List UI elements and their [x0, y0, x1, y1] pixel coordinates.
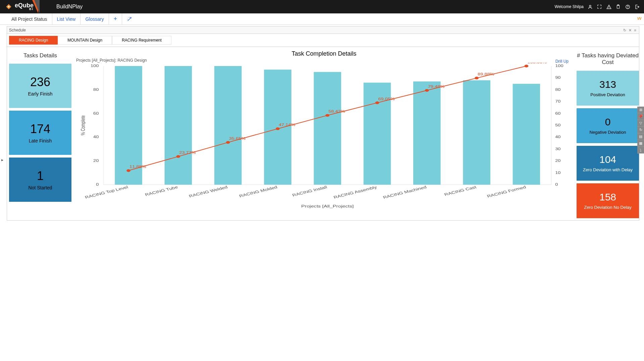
kpi-not-started[interactable]: 1 Not Started: [9, 158, 71, 202]
header-triangle-grey: [34, 0, 40, 13]
app-name: BuildNPlay: [56, 4, 83, 10]
side-pin-icon[interactable]: 📌: [637, 113, 644, 120]
svg-rect-43: [413, 81, 441, 185]
kpi-zero-deviation-delay[interactable]: 104 Zero Deviation with Delay: [577, 146, 639, 181]
kpi-label: Negative Deviation: [589, 130, 626, 135]
side-layout1-icon[interactable]: ▤: [637, 133, 644, 140]
tab-add[interactable]: +: [109, 13, 122, 25]
svg-text:100.00%: 100.00%: [527, 63, 547, 64]
alert-icon[interactable]: [606, 4, 612, 10]
help-icon[interactable]: [625, 4, 631, 10]
kpi-negative-deviation[interactable]: 0 Negative Deviation: [577, 108, 639, 143]
svg-text:RACING Welded: RACING Welded: [188, 185, 228, 198]
svg-rect-45: [463, 80, 490, 185]
svg-text:20: 20: [555, 159, 560, 163]
svg-text:20: 20: [93, 159, 99, 163]
logout-icon[interactable]: [634, 4, 640, 10]
svg-text:RACING Assembly: RACING Assembly: [333, 185, 378, 199]
svg-rect-35: [214, 66, 242, 185]
side-grid-icon[interactable]: ⊞: [637, 107, 644, 113]
tabstrip: All Project Status List View Glossary + …: [0, 13, 644, 25]
schedule-title: Schedule: [9, 28, 26, 33]
svg-text:100: 100: [555, 64, 563, 68]
kpi-value: 174: [30, 122, 50, 136]
svg-point-59: [375, 102, 379, 104]
kpi-positive-deviation[interactable]: 313 Positive Deviation: [577, 71, 639, 106]
svg-text:% Complete: % Complete: [80, 115, 86, 135]
chart-subtitle: Projects [All_Projects]: RACING Design: [76, 58, 572, 63]
content-row: Tasks Details 236 Early Finish 174 Late …: [7, 47, 639, 220]
tab-all-project-status[interactable]: All Project Status: [7, 13, 52, 25]
kpi-early-finish[interactable]: 236 Early Finish: [9, 64, 71, 108]
kpi-zero-deviation-no-delay[interactable]: 158 Zero Deviation No Delay: [577, 183, 639, 218]
logo-text: eQube BI: [15, 3, 34, 10]
tasks-details-column: Tasks Details 236 Early Finish 174 Late …: [9, 49, 71, 218]
svg-point-2: [589, 5, 591, 7]
svg-text:RACING Install: RACING Install: [291, 185, 328, 197]
svg-text:RACING Cast: RACING Cast: [443, 185, 477, 197]
tab-glossary[interactable]: Glossary: [80, 13, 109, 25]
svg-text:47.14%: 47.14%: [279, 123, 296, 127]
svg-text:11.88%: 11.88%: [129, 165, 146, 169]
svg-text:60: 60: [555, 112, 560, 115]
side-refresh-icon[interactable]: ↻: [637, 127, 644, 133]
kpi-value: 236: [30, 75, 50, 89]
logo: eQube BI: [4, 2, 34, 11]
topbar: eQube BI BuildNPlay Welcome Shilpa: [0, 0, 644, 13]
menu-icon[interactable]: ≡: [634, 28, 636, 32]
expand-left-icon[interactable]: ▸: [1, 158, 3, 162]
svg-text:90: 90: [555, 76, 560, 80]
svg-text:30: 30: [555, 147, 560, 151]
pill-racing-design[interactable]: RACING Design: [9, 36, 58, 45]
tab-list-view[interactable]: List View: [52, 13, 81, 25]
svg-text:RACING Molded: RACING Molded: [238, 185, 278, 198]
task-completion-panel: Task Completion Details Projects [All_Pr…: [73, 49, 575, 218]
svg-text:69.05%: 69.05%: [378, 97, 395, 101]
kpi-label: Early Finish: [28, 91, 52, 97]
side-layout2-icon[interactable]: ▦: [637, 140, 644, 147]
header-icons: [587, 4, 640, 10]
svg-point-57: [325, 114, 329, 117]
svg-rect-39: [314, 72, 341, 185]
pill-mountain-design[interactable]: MOUNTAIN Design: [58, 36, 112, 45]
svg-rect-37: [264, 70, 291, 185]
kpi-label: Zero Deviation No Delay: [584, 205, 632, 210]
svg-point-65: [525, 65, 529, 67]
svg-text:35.65%: 35.65%: [229, 137, 246, 140]
tab-wand-icon[interactable]: [122, 13, 137, 25]
welcome-text: Welcome Shilpa: [555, 4, 584, 9]
svg-text:RACING Machined: RACING Machined: [382, 185, 427, 199]
logo-icon: [4, 2, 13, 11]
user-icon[interactable]: [587, 4, 593, 10]
svg-point-51: [176, 155, 180, 158]
chart-title: Task Completion Details: [76, 50, 572, 57]
svg-text:0: 0: [96, 183, 99, 186]
dashboard-panel: Schedule ↻ ✕ ≡ RACING Design MOUNTAIN De…: [7, 26, 639, 221]
svg-text:40: 40: [93, 135, 99, 139]
svg-text:100: 100: [91, 64, 99, 68]
schedule-bar: Schedule ↻ ✕ ≡: [7, 26, 639, 34]
svg-text:RACING Formed: RACING Formed: [486, 185, 527, 198]
svg-text:60: 60: [93, 112, 99, 115]
kpi-value: 1: [37, 169, 44, 183]
kpi-label: Late Finish: [29, 138, 52, 143]
svg-text:0: 0: [555, 183, 558, 186]
pill-racing-requirement[interactable]: RACING Requirement: [112, 36, 171, 45]
fullscreen-icon[interactable]: [596, 4, 602, 10]
refresh-icon[interactable]: ↻: [623, 28, 626, 32]
kpi-value: 158: [599, 191, 616, 203]
kpi-late-finish[interactable]: 174 Late Finish: [9, 111, 71, 155]
clipboard-icon[interactable]: [615, 4, 621, 10]
collapse-chevron-icon[interactable]: ∨∨: [637, 15, 641, 21]
side-drilldown-icon[interactable]: ⤵: [637, 147, 644, 154]
close-icon[interactable]: ✕: [629, 28, 632, 32]
svg-text:23.77%: 23.77%: [179, 151, 196, 155]
svg-text:50: 50: [555, 123, 560, 127]
svg-point-49: [126, 169, 130, 172]
kpi-value: 104: [599, 154, 616, 165]
svg-text:79.48%: 79.48%: [428, 85, 445, 88]
svg-rect-33: [165, 66, 192, 185]
chart-canvas: 0204060801000102030405060708090100% Comp…: [76, 63, 572, 209]
side-filter-icon[interactable]: ▽: [637, 120, 644, 127]
panel-tool-icons: ↻ ✕ ≡: [623, 28, 637, 33]
